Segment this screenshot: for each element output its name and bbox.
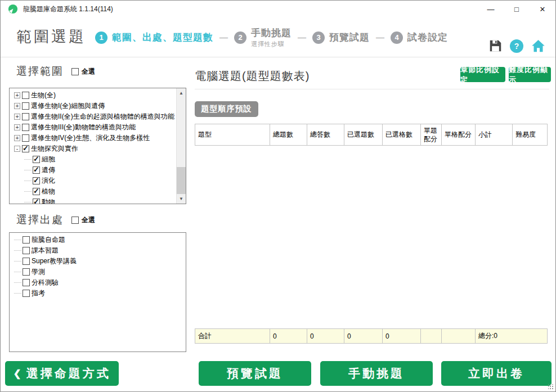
- source-select-all[interactable]: 全選: [71, 215, 95, 225]
- home-icon[interactable]: [531, 39, 545, 53]
- tree-item-checkbox[interactable]: [33, 166, 40, 174]
- chevron-left-icon: ❮: [13, 368, 21, 380]
- list-item[interactable]: 龍騰自命題: [12, 235, 186, 245]
- source-select-all-checkbox[interactable]: [71, 217, 79, 224]
- footer-cell: 0: [270, 329, 307, 344]
- tree-item-label: 選修生物II(全)生命的起源與植物體的構造與功能: [31, 112, 174, 121]
- preview-questions-button[interactable]: 預覽試題: [199, 361, 311, 386]
- wizard-stepper: 1範圍、出處、題型題數—2手動挑題選擇性步驟—3預覽試題—4試卷設定: [95, 17, 448, 57]
- scope-scrollbar[interactable]: ▲ ▼: [176, 88, 186, 204]
- column-header: 已選題數: [344, 124, 383, 146]
- window-title: 龍騰題庫命題系統 1.1.14(114): [23, 4, 113, 14]
- tree-item-checkbox[interactable]: [22, 145, 29, 152]
- scope-select-all[interactable]: 全選: [71, 67, 95, 76]
- manual-pick-button[interactable]: 手動挑題: [320, 361, 433, 386]
- chapter-ratio-button[interactable]: 章節比例設定: [460, 67, 505, 82]
- tree-item-checkbox[interactable]: [33, 188, 40, 195]
- list-item-checkbox[interactable]: [23, 268, 30, 276]
- list-item-checkbox[interactable]: [23, 236, 30, 244]
- question-type-table-footer: 合計0000總分:0: [195, 328, 548, 344]
- tree-item-checkbox[interactable]: [22, 92, 29, 99]
- tree-item-label: 選修生物IV(全)生態、演化及生物多樣性: [31, 133, 150, 143]
- tree-item[interactable]: +生物(全): [12, 90, 176, 101]
- save-icon[interactable]: [489, 39, 502, 52]
- scroll-up-icon[interactable]: ▲: [177, 88, 186, 98]
- tree-item-checkbox[interactable]: [22, 102, 29, 110]
- expand-plus-icon[interactable]: +: [14, 124, 20, 130]
- scope-section-head: 選擇範圍 全選: [16, 64, 95, 79]
- maximize-button[interactable]: □: [504, 1, 530, 17]
- tree-item-checkbox[interactable]: [22, 124, 29, 131]
- wizard-step-4[interactable]: 4試卷設定: [391, 31, 448, 44]
- tree-item[interactable]: 動物: [12, 197, 176, 204]
- tree-connector: [14, 240, 21, 240]
- expand-plus-icon[interactable]: +: [14, 135, 20, 141]
- tree-item-label: 選修生物I(全)細胞與遺傳: [31, 101, 105, 111]
- expand-plus-icon[interactable]: +: [14, 103, 20, 109]
- window-controls: — □ ✕: [478, 1, 555, 17]
- list-item-checkbox[interactable]: [23, 247, 30, 254]
- minimize-button[interactable]: —: [478, 1, 504, 17]
- collapse-minus-icon[interactable]: -: [14, 146, 20, 152]
- tree-item-checkbox[interactable]: [33, 199, 40, 204]
- list-item-label: 指考: [32, 289, 45, 298]
- scope-select-all-checkbox[interactable]: [71, 68, 79, 75]
- list-item[interactable]: Super教學講義: [12, 256, 186, 267]
- tree-connector: [24, 159, 32, 160]
- difficulty-ratio-button[interactable]: 難度比例顯示: [509, 67, 551, 82]
- expand-plus-icon[interactable]: +: [14, 92, 20, 98]
- step-label: 手動挑題: [251, 26, 292, 39]
- scroll-down-icon[interactable]: ▼: [177, 194, 186, 204]
- step-separator: —: [376, 33, 384, 42]
- scope-tree-box: +生物(全)+選修生物I(全)細胞與遺傳+選修生物II(全)生命的起源與植物體的…: [9, 88, 186, 204]
- back-to-mode-button[interactable]: ❮ 選擇命題方式: [5, 361, 119, 386]
- step-sublabel: 選擇性步驟: [251, 40, 292, 48]
- list-item[interactable]: 課本習題: [12, 245, 186, 256]
- list-item-checkbox[interactable]: [23, 290, 30, 297]
- list-item[interactable]: 分科測驗: [12, 277, 186, 288]
- source-section-head: 選擇出處 全選: [16, 213, 95, 227]
- tree-item[interactable]: +選修生物I(全)細胞與遺傳: [12, 101, 176, 111]
- scope-title: 選擇範圍: [16, 64, 64, 79]
- tree-item[interactable]: -生物探究與實作: [12, 143, 176, 154]
- footer-cell: 0: [307, 329, 344, 344]
- tree-item[interactable]: 演化: [12, 175, 176, 186]
- tree-item-label: 植物: [42, 187, 55, 196]
- expand-plus-icon[interactable]: +: [14, 114, 20, 120]
- list-item-checkbox[interactable]: [23, 279, 30, 286]
- tree-item[interactable]: 細胞: [12, 154, 176, 165]
- page-title: 範圍選題: [16, 26, 86, 47]
- tree-item[interactable]: 遺傳: [12, 165, 176, 175]
- list-item[interactable]: 學測: [12, 267, 186, 277]
- tree-item[interactable]: +選修生物III(全)動物體的構造與功能: [12, 122, 176, 133]
- list-item-label: 學測: [32, 267, 45, 277]
- list-item-checkbox[interactable]: [23, 258, 30, 265]
- tree-item[interactable]: +選修生物II(全)生命的起源與植物體的構造與功能: [12, 111, 176, 122]
- tree-item-label: 生物(全): [31, 91, 56, 100]
- help-icon[interactable]: ?: [510, 39, 523, 53]
- wizard-step-2[interactable]: 2手動挑題選擇性步驟: [234, 26, 292, 48]
- close-button[interactable]: ✕: [530, 1, 555, 17]
- resize-grip[interactable]: [548, 384, 554, 390]
- tree-item-checkbox[interactable]: [22, 134, 29, 142]
- step-separator: —: [219, 33, 228, 42]
- tree-item[interactable]: +選修生物IV(全)生態、演化及生物多樣性: [12, 133, 176, 143]
- tree-item-checkbox[interactable]: [33, 156, 40, 163]
- footer-cell: [421, 329, 442, 344]
- generate-paper-button[interactable]: 立即出卷: [441, 361, 551, 386]
- step-label: 預覽試題: [329, 31, 370, 44]
- wizard-step-1[interactable]: 1範圍、出處、題型題數: [95, 31, 213, 44]
- wizard-step-3[interactable]: 3預覽試題: [312, 31, 370, 44]
- scroll-thumb[interactable]: [177, 167, 186, 194]
- list-item-label: 分科測驗: [32, 278, 59, 287]
- column-header: 題型: [195, 124, 270, 146]
- step-separator: —: [298, 33, 306, 42]
- step-label-wrap: 預覽試題: [329, 31, 370, 44]
- list-item[interactable]: 指考: [12, 288, 186, 299]
- tree-item-checkbox[interactable]: [33, 177, 40, 184]
- tree-item[interactable]: 植物: [12, 186, 176, 197]
- type-order-button[interactable]: 題型順序預設: [195, 101, 258, 117]
- step-number: 1: [95, 31, 107, 44]
- source-list-box: 龍騰自命題課本習題Super教學講義學測分科測驗指考: [9, 232, 186, 352]
- tree-item-checkbox[interactable]: [22, 113, 29, 120]
